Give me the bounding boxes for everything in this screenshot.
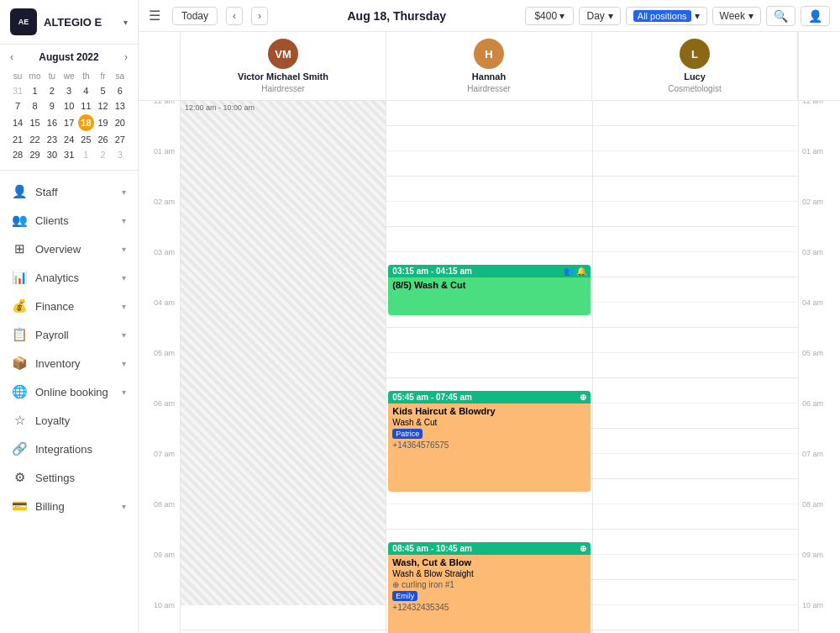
time-slot: 05 am: [139, 353, 180, 378]
grid-row: [593, 227, 798, 252]
cal-day-cell[interactable]: 25: [78, 133, 93, 146]
staff-avatar: VM: [268, 39, 298, 69]
cal-day-cell[interactable]: 13: [113, 99, 128, 113]
sidebar-item-online_booking[interactable]: 🌐 Online booking ▾: [0, 377, 138, 406]
calendar-event[interactable]: 03:15 am - 04:15 am 👥 🔔 (8/5) Wash & Cut: [388, 265, 590, 315]
sidebar-item-billing[interactable]: 💳 Billing ▾: [0, 492, 138, 520]
cal-day-cell[interactable]: 17: [61, 114, 76, 131]
sidebar-nav: 👤 Staff ▾ 👥 Clients ▾ ⊞ Overview ▾ 📊 Ana…: [0, 171, 138, 633]
profile-button[interactable]: 👤: [801, 6, 830, 26]
cal-day-cell[interactable]: 1: [78, 148, 93, 161]
time-label: 01 am: [154, 147, 175, 156]
cal-day-cell[interactable]: 29: [27, 148, 43, 161]
staff-role: Hairdresser: [261, 84, 305, 93]
right-time-gutter-header: [798, 32, 840, 100]
event-time: 08:45 am - 10:45 am: [392, 544, 472, 553]
sidebar-item-settings[interactable]: ⚙ Settings: [0, 463, 138, 492]
chevron-icon: ▾: [122, 187, 126, 197]
cal-day-cell[interactable]: 6: [113, 84, 128, 98]
time-slot: 04 am: [139, 303, 180, 328]
cal-day-cell[interactable]: 7: [10, 99, 25, 113]
settings-label: Settings: [35, 472, 126, 484]
cal-day-cell[interactable]: 12: [96, 99, 111, 113]
sidebar-item-analytics[interactable]: 📊 Analytics ▾: [0, 263, 138, 292]
cal-day-cell[interactable]: 20: [113, 114, 128, 131]
prev-button[interactable]: ‹: [226, 7, 243, 25]
loyalty-icon: ☆: [12, 413, 27, 428]
cal-day-cell[interactable]: 5: [96, 84, 111, 98]
cal-day-cell[interactable]: 4: [78, 84, 93, 98]
sidebar-item-overview[interactable]: ⊞ Overview ▾: [0, 235, 138, 263]
cal-day-cell[interactable]: 11: [78, 99, 93, 113]
chevron-icon: ▾: [122, 216, 126, 225]
today-button[interactable]: Today: [172, 7, 218, 25]
sidebar-item-loyalty[interactable]: ☆ Loyalty: [0, 406, 138, 435]
event-title: (8/5) Wash & Cut: [392, 280, 585, 290]
cal-day-cell[interactable]: 23: [45, 133, 60, 146]
sidebar-item-inventory[interactable]: 📦 Inventory ▾: [0, 349, 138, 377]
cal-day-cell[interactable]: 22: [27, 133, 43, 146]
cal-day-cell[interactable]: 15: [27, 114, 43, 131]
grid-col-1: 03:15 am - 04:15 am 👥 🔔 (8/5) Wash & Cut…: [386, 101, 592, 633]
sidebar-item-staff[interactable]: 👤 Staff ▾: [0, 177, 138, 206]
cal-day-cell[interactable]: 30: [45, 148, 60, 161]
cal-day-cell[interactable]: 3: [61, 84, 76, 98]
cal-day-header: we: [61, 70, 76, 82]
day-dropdown[interactable]: Day ▾: [579, 7, 620, 25]
grid-row: [593, 378, 798, 404]
cal-day-cell[interactable]: 8: [27, 99, 43, 113]
cal-day-cell[interactable]: 28: [10, 148, 25, 161]
cal-day-cell[interactable]: 2: [96, 148, 111, 161]
cal-day-cell[interactable]: 19: [96, 114, 111, 131]
cal-day-cell[interactable]: 1: [27, 84, 43, 98]
grid-row: [593, 353, 798, 378]
cal-day-cell[interactable]: 21: [10, 133, 25, 146]
calendar-event[interactable]: 05:45 am - 07:45 am ⊕ Kids Haircut & Blo…: [388, 391, 590, 492]
calendar-event[interactable]: 08:45 am - 10:45 am ⊕ Wash, Cut & BlowWa…: [388, 542, 590, 633]
cal-day-cell[interactable]: 18: [78, 114, 93, 131]
inventory-label: Inventory: [35, 357, 113, 370]
positions-label: All positions: [633, 10, 691, 22]
cal-day-cell[interactable]: 14: [10, 114, 25, 131]
cal-day-cell[interactable]: 10: [61, 99, 76, 113]
sidebar-chevron-icon[interactable]: ▾: [123, 18, 128, 27]
cal-day-cell[interactable]: 2: [45, 84, 60, 98]
time-label: 10 am: [154, 601, 175, 609]
time-slot: 08 am: [139, 504, 180, 530]
mini-cal-prev-button[interactable]: ‹: [8, 51, 15, 63]
time-label: 07 am: [154, 450, 175, 458]
event-header: 08:45 am - 10:45 am ⊕: [388, 542, 590, 555]
next-button[interactable]: ›: [251, 7, 268, 25]
cal-day-cell[interactable]: 9: [45, 99, 60, 113]
mini-cal-next-button[interactable]: ›: [123, 51, 129, 63]
cal-day-cell[interactable]: 27: [113, 133, 128, 146]
cal-day-cell[interactable]: 3: [113, 148, 128, 161]
time-slot-right: 04 am: [799, 303, 840, 328]
grid-row: [386, 101, 591, 126]
sidebar-item-clients[interactable]: 👥 Clients ▾: [0, 206, 138, 235]
time-slot-right: 06 am: [799, 404, 840, 429]
time-label-right: 03 am: [802, 248, 823, 256]
sidebar-item-finance[interactable]: 💰 Finance ▾: [0, 292, 138, 320]
grid-row: [593, 202, 798, 227]
week-dropdown[interactable]: Week ▾: [712, 7, 761, 25]
sidebar-item-payroll[interactable]: 📋 Payroll ▾: [0, 320, 138, 349]
sidebar-item-integrations[interactable]: 🔗 Integrations: [0, 435, 138, 463]
calendar-body[interactable]: 12 am01 am02 am03 am04 am05 am06 am07 am…: [139, 101, 840, 633]
event-body: Kids Haircut & BlowdryWash & CutPatrice+…: [388, 404, 590, 452]
search-button[interactable]: 🔍: [766, 6, 795, 26]
cal-day-cell[interactable]: 31: [61, 148, 76, 161]
time-slot-right: 12 am: [799, 101, 840, 126]
time-label-right: 07 am: [802, 450, 823, 458]
event-header-icons: ⊕: [580, 544, 586, 553]
cal-day-cell[interactable]: 26: [96, 133, 111, 146]
revenue-dropdown[interactable]: $400 ▾: [525, 7, 574, 25]
cal-day-cell[interactable]: 24: [61, 133, 76, 146]
time-label: 08 am: [154, 500, 175, 509]
event-tag: Patrice: [392, 429, 423, 439]
overview-icon: ⊞: [12, 241, 27, 256]
cal-day-cell[interactable]: 31: [10, 84, 25, 98]
positions-dropdown[interactable]: All positions ▾: [626, 7, 707, 25]
cal-day-cell[interactable]: 16: [45, 114, 60, 131]
hamburger-icon[interactable]: ☰: [149, 8, 160, 24]
